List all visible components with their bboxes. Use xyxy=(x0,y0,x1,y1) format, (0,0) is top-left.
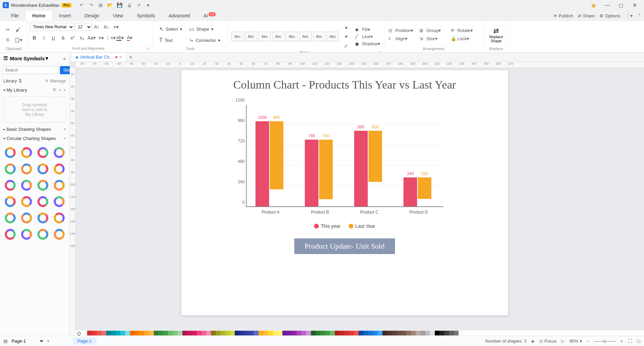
library-label[interactable]: Library xyxy=(3,78,17,83)
color-swatch[interactable] xyxy=(268,331,273,335)
style-swatch[interactable]: Abc xyxy=(299,32,312,41)
color-swatch[interactable] xyxy=(111,331,116,335)
color-swatch[interactable] xyxy=(120,331,125,335)
export-button[interactable]: ↗ xyxy=(135,1,143,9)
color-swatch[interactable] xyxy=(378,331,382,335)
shape-thumb[interactable] xyxy=(36,195,50,208)
publish-button[interactable]: ✈Publish xyxy=(554,13,573,18)
bold-button[interactable]: B xyxy=(30,33,39,42)
color-swatch[interactable] xyxy=(154,331,159,335)
close-tab-button[interactable]: × xyxy=(119,54,122,60)
options-button[interactable]: ⚙Options xyxy=(599,13,620,18)
zoom-out-button[interactable]: − xyxy=(587,339,590,344)
search-input[interactable] xyxy=(3,66,59,74)
align-button[interactable]: ⫴Align▾ xyxy=(387,35,415,42)
color-swatch[interactable] xyxy=(259,331,263,335)
color-swatch[interactable] xyxy=(335,331,340,335)
color-swatch[interactable] xyxy=(220,331,225,335)
color-swatch[interactable] xyxy=(106,331,111,335)
color-swatch[interactable] xyxy=(116,331,120,335)
color-swatch[interactable] xyxy=(235,331,240,335)
fullscreen-button[interactable]: ◻ xyxy=(637,339,641,344)
shape-thumb[interactable] xyxy=(20,146,33,159)
color-swatch[interactable] xyxy=(87,331,92,335)
color-swatch[interactable] xyxy=(211,331,216,335)
page[interactable]: Column Chart - Products This Year vs Las… xyxy=(181,70,508,315)
color-swatch[interactable] xyxy=(135,331,139,335)
color-swatch[interactable] xyxy=(449,331,454,335)
page-select[interactable]: Page-1 xyxy=(10,338,44,344)
color-swatch[interactable] xyxy=(430,331,435,335)
superscript-button[interactable]: x² xyxy=(68,33,77,42)
color-swatch[interactable] xyxy=(159,331,163,335)
format-painter-button[interactable]: 🖌 xyxy=(14,25,22,34)
color-swatch[interactable] xyxy=(144,331,149,335)
color-swatch[interactable] xyxy=(363,331,368,335)
chart-title[interactable]: Column Chart - Products This Year vs Las… xyxy=(181,78,508,91)
replace-shape-label[interactable]: Replace Shape xyxy=(489,35,503,43)
shape-thumb[interactable] xyxy=(52,178,66,192)
close-basic-icon[interactable]: × xyxy=(63,127,66,132)
manage-button[interactable]: ✎ Manage xyxy=(45,78,66,83)
menu-design[interactable]: Design xyxy=(78,11,106,20)
color-swatch[interactable] xyxy=(435,331,440,335)
color-swatch[interactable] xyxy=(344,331,349,335)
shape-thumb[interactable] xyxy=(20,227,33,241)
collapse-ribbon-button[interactable]: ⌃ xyxy=(638,13,641,18)
strikethrough-button[interactable]: S̶ xyxy=(59,33,67,42)
select-tool[interactable]: ↖Select▾ xyxy=(156,25,186,34)
save-button[interactable]: 💾 xyxy=(116,1,124,9)
underline-button[interactable]: U xyxy=(49,33,58,42)
line-button[interactable]: ╱Line▾ xyxy=(354,33,382,40)
color-swatch[interactable] xyxy=(340,331,344,335)
color-swatch[interactable] xyxy=(139,331,144,335)
zoom-slider[interactable]: ——⊙—— xyxy=(594,339,615,344)
color-swatch[interactable] xyxy=(382,331,387,335)
close-section-icon[interactable]: × xyxy=(63,88,66,93)
color-swatch[interactable] xyxy=(454,331,459,335)
close-circular-icon[interactable]: × xyxy=(63,136,66,141)
document-tab[interactable]: ◈Vertical Bar Ch...× xyxy=(72,53,125,61)
shape-tool[interactable]: ▭Shape▾ xyxy=(186,25,224,34)
color-swatch[interactable] xyxy=(216,331,220,335)
menu-ai[interactable]: AIhot xyxy=(197,11,222,20)
shape-thumb[interactable] xyxy=(3,162,17,176)
share-button[interactable]: ⇄Share xyxy=(578,13,595,18)
page-tab-active[interactable]: Page-1 xyxy=(73,337,97,345)
color-swatch[interactable] xyxy=(249,331,254,335)
color-swatch[interactable] xyxy=(192,331,197,335)
lock-button[interactable]: 🔒Lock▾ xyxy=(449,35,477,42)
shape-thumb[interactable] xyxy=(52,227,66,241)
copy-button[interactable]: ⎘ xyxy=(3,35,12,44)
color-swatch[interactable] xyxy=(273,331,278,335)
subscript-button[interactable]: x₂ xyxy=(78,33,86,42)
add-tab-button[interactable]: + xyxy=(127,53,135,61)
color-swatch[interactable] xyxy=(316,331,320,335)
connector-tool[interactable]: ⤷Connector▾ xyxy=(186,36,224,45)
styles-more[interactable]: ⤢ xyxy=(342,42,350,50)
color-swatch[interactable] xyxy=(354,331,359,335)
shape-thumb[interactable] xyxy=(36,211,50,225)
color-swatch[interactable] xyxy=(387,331,392,335)
font-size-select[interactable]: 12 xyxy=(75,23,92,31)
group-button[interactable]: ⊞Group▾ xyxy=(418,27,446,34)
shape-thumb[interactable] xyxy=(52,146,66,159)
fill-button[interactable]: ◆Fill▾ xyxy=(354,26,382,33)
open-button[interactable]: 📂 xyxy=(106,1,114,9)
menu-insert[interactable]: Insert xyxy=(52,11,78,20)
color-swatch[interactable] xyxy=(173,331,178,335)
print-button[interactable]: 🖨 xyxy=(125,1,133,9)
color-swatch[interactable] xyxy=(306,331,311,335)
color-swatch[interactable] xyxy=(240,331,244,335)
color-swatch[interactable] xyxy=(349,331,354,335)
menu-home[interactable]: Home xyxy=(26,11,52,20)
my-library-section[interactable]: ▾My Library⇱+× xyxy=(0,85,69,95)
shape-thumb[interactable] xyxy=(52,211,66,225)
shape-thumb[interactable] xyxy=(36,162,50,176)
color-swatch[interactable] xyxy=(225,331,230,335)
highlight-button[interactable]: ab▾ xyxy=(116,33,125,42)
color-swatch[interactable] xyxy=(444,331,449,335)
shape-thumb[interactable] xyxy=(52,195,66,208)
circular-shapes-section[interactable]: ▾Circular Charting Shapes× xyxy=(0,134,69,143)
shape-thumb[interactable] xyxy=(3,227,17,241)
